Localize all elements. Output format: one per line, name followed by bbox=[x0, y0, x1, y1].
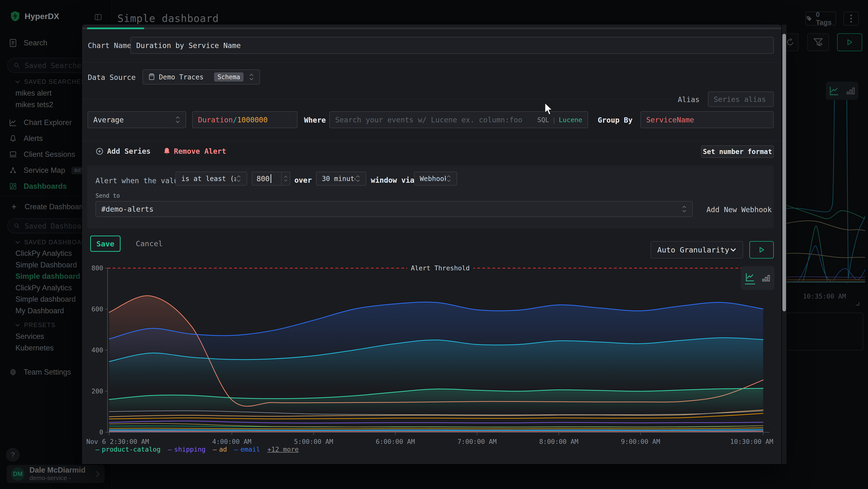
line-chart-icon bbox=[745, 272, 755, 282]
svg-text:800: 800 bbox=[91, 264, 103, 272]
svg-text:200: 200 bbox=[91, 387, 103, 395]
chart-type-toggle bbox=[741, 266, 774, 290]
svg-text:6:00:00 AM: 6:00:00 AM bbox=[376, 438, 415, 445]
svg-text:8:00:00 AM: 8:00:00 AM bbox=[539, 438, 579, 445]
line-chart-toggle[interactable] bbox=[745, 272, 755, 284]
legend-item[interactable]: —email bbox=[234, 445, 260, 453]
legend-more[interactable]: +12 more bbox=[268, 445, 299, 453]
chart-legend: —product-catalog—shipping—ad—email+12 mo… bbox=[95, 445, 299, 453]
svg-text:10:30:00 AM: 10:30:00 AM bbox=[730, 438, 773, 445]
svg-text:400: 400 bbox=[91, 346, 103, 354]
legend-item[interactable]: —shipping bbox=[168, 445, 206, 453]
svg-text:9:00:00 AM: 9:00:00 AM bbox=[621, 438, 660, 445]
svg-text:5:00:00 AM: 5:00:00 AM bbox=[294, 438, 333, 445]
svg-text:7:00:00 AM: 7:00:00 AM bbox=[457, 438, 497, 445]
edit-chart-modal: Chart Name Data Source Demo Traces Schem… bbox=[82, 25, 781, 464]
duration-chart: 0200400600800Nov 6 2:30:00 AM4:00:00 AM5… bbox=[83, 25, 781, 464]
mouse-cursor bbox=[544, 102, 554, 116]
svg-text:0: 0 bbox=[99, 428, 103, 436]
bar-chart-icon[interactable] bbox=[762, 274, 771, 283]
svg-text:Nov 6 2:30:00 AM: Nov 6 2:30:00 AM bbox=[86, 438, 149, 445]
legend-item[interactable]: —ad bbox=[213, 445, 227, 453]
svg-text:4:00:00 AM: 4:00:00 AM bbox=[212, 438, 251, 445]
legend-item[interactable]: —product-catalog bbox=[95, 445, 161, 453]
svg-text:600: 600 bbox=[91, 305, 103, 313]
modal-scrollbar[interactable] bbox=[782, 25, 786, 464]
scrollbar-thumb[interactable] bbox=[782, 34, 786, 311]
alert-threshold-label: Alert Threshold bbox=[411, 264, 470, 272]
